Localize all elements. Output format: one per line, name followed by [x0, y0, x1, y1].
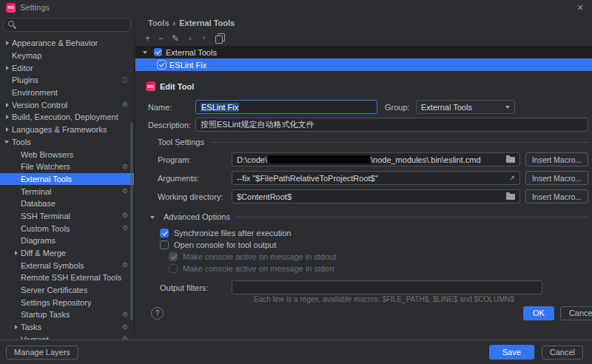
browse-folder-icon[interactable] [506, 157, 515, 163]
move-up-icon[interactable]: ▲ [187, 36, 193, 41]
sidebar-item-plugins[interactable]: Pluginsⓘ [0, 74, 134, 87]
sidebar-item-tools[interactable]: Tools [0, 136, 134, 149]
tools-toolbar: + − ✎ ▲ ▼ [145, 33, 225, 44]
sidebar-item-remote-ssh-external-tools[interactable]: Remote SSH External Tools [0, 272, 134, 284]
sidebar-item-label: Server Certificates [21, 286, 87, 294]
advanced-options-section-header[interactable]: Advanced Options [149, 212, 588, 221]
chevron-right-icon [12, 249, 21, 257]
chevron-right-icon [3, 64, 12, 73]
ok-button[interactable]: OK [523, 306, 554, 320]
search-box[interactable] [3, 18, 131, 32]
settings-content: Tools › External Tools + − ✎ ▲ ▼ Externa… [135, 15, 592, 340]
dialog-cancel-button[interactable]: Cancel [560, 306, 592, 320]
gear-icon: ⚙ [122, 164, 128, 170]
console-stderr-checkbox [169, 264, 178, 273]
sidebar-item-label: Appearance & Behavior [12, 38, 98, 47]
settings-search-input[interactable] [20, 21, 126, 30]
group-label: External Tools [166, 48, 217, 57]
sidebar-scrollbar[interactable] [130, 122, 133, 320]
sidebar-item-label: Environment [12, 88, 58, 97]
chevron-down-icon [141, 48, 150, 57]
arguments-input[interactable]: --fix "$FilePathRelativeToProjectRoot$" … [232, 171, 520, 185]
move-down-icon[interactable]: ▼ [201, 36, 207, 41]
sidebar-item-file-watchers[interactable]: File Watchers⚙ [0, 161, 134, 173]
sidebar-item-diagrams[interactable]: Diagrams [0, 235, 134, 247]
sidebar-item-languages-frameworks[interactable]: Languages & Frameworks [0, 124, 134, 136]
sidebar-item-environment[interactable]: Environment [0, 87, 134, 99]
description-input[interactable]: 按照ESLint规定自动格式化文件 [195, 118, 588, 132]
chevron-right-icon [3, 38, 12, 47]
sidebar-item-tasks[interactable]: Tasks⚙ [0, 321, 134, 334]
copy-icon[interactable] [215, 33, 225, 44]
sidebar-item-diff-merge[interactable]: Diff & Merge [0, 247, 134, 260]
edit-icon[interactable]: ✎ [172, 34, 179, 43]
insert-macro-button[interactable]: Insert Macro... [525, 189, 588, 203]
settings-window: RD Settings × Appearance & Behavior Keym… [0, 0, 592, 364]
sidebar-item-vagrant[interactable]: Vagrant⚙ [0, 334, 134, 340]
gear-icon: ⚙ [122, 311, 128, 318]
sidebar-item-external-symbols[interactable]: External Symbols⚙ [0, 259, 134, 272]
browse-folder-icon[interactable] [506, 194, 515, 200]
item-checkbox[interactable] [158, 61, 166, 69]
chevron-right-icon [3, 125, 12, 134]
sidebar-item-terminal[interactable]: Terminal⚙ [0, 185, 134, 198]
program-label: Program: [158, 155, 232, 164]
sidebar-item-external-tools[interactable]: External Tools [0, 173, 134, 186]
settings-tree: Appearance & Behavior Keymap Editor Plug… [0, 35, 134, 340]
sidebar-item-appearance-behavior[interactable]: Appearance & Behavior [0, 37, 134, 50]
sidebar-item-label: External Tools [21, 175, 72, 183]
add-icon[interactable]: + [145, 34, 150, 43]
sidebar-item-custom-tools[interactable]: Custom Tools⚙ [0, 222, 134, 235]
sidebar-item-label: Database [21, 199, 56, 208]
working-directory-input[interactable]: $ContentRoot$ [232, 189, 520, 203]
open-console-checkbox[interactable] [160, 240, 169, 249]
checkbox-label[interactable]: Synchronize files after execution [174, 229, 291, 237]
sidebar-item-version-control[interactable]: Version Control⚙ [0, 98, 134, 111]
group-select[interactable]: External Tools [416, 100, 515, 114]
sidebar-item-label: Custom Tools [21, 224, 70, 233]
cancel-button[interactable]: Cancel [542, 346, 583, 360]
save-button[interactable]: Save [489, 345, 534, 360]
sidebar-item-web-browsers[interactable]: Web Browsers [0, 148, 134, 161]
eslint-fix-row[interactable]: ESLint Fix [135, 58, 592, 71]
insert-macro-button[interactable]: Insert Macro... [525, 152, 588, 166]
sidebar-item-server-certificates[interactable]: Server Certificates [0, 284, 134, 297]
gear-icon: ⚙ [122, 324, 128, 331]
window-title: Settings [20, 3, 50, 12]
sidebar-item-database[interactable]: Database [0, 198, 134, 210]
group-checkbox[interactable] [154, 48, 162, 56]
sidebar-item-build-execution-deployment[interactable]: Build, Execution, Deployment [0, 111, 134, 124]
close-icon[interactable]: × [574, 1, 586, 13]
name-input[interactable]: ESLint Fix [195, 100, 377, 114]
gear-icon: ⚙ [122, 188, 128, 195]
info-icon: ⓘ [121, 77, 128, 84]
breadcrumb: Tools › External Tools [148, 18, 235, 27]
sidebar-item-keymap[interactable]: Keymap [0, 50, 134, 62]
sidebar-item-label: Diff & Merge [21, 249, 66, 257]
sidebar-item-editor[interactable]: Editor [0, 61, 134, 74]
breadcrumb-current: External Tools [179, 18, 235, 27]
search-icon [8, 21, 16, 29]
external-tools-group-row[interactable]: External Tools [135, 46, 592, 58]
remove-icon[interactable]: − [158, 34, 164, 43]
sidebar-item-label: Tasks [21, 323, 41, 331]
sidebar-item-label: Terminal [21, 187, 52, 196]
output-filters-input[interactable] [232, 280, 542, 294]
sidebar-item-label: Remote SSH External Tools [21, 273, 121, 282]
title-bar: RD Settings × [0, 0, 592, 15]
sidebar-item-label: Build, Execution, Deployment [12, 112, 118, 121]
sidebar-item-settings-repository[interactable]: Settings Repository [0, 296, 134, 309]
sync-files-checkbox[interactable] [160, 229, 169, 237]
checkbox-label[interactable]: Open console for tool output [174, 240, 276, 249]
program-input[interactable]: D:\code\\node_modules\.bin\eslint.cmd [232, 152, 520, 166]
expand-icon[interactable]: ↗ [509, 174, 515, 182]
working-directory-value: $ContentRoot$ [237, 192, 292, 201]
manage-layers-button[interactable]: Manage Layers [6, 346, 78, 360]
tool-settings-section-header: Tool Settings [158, 138, 588, 146]
insert-macro-button[interactable]: Insert Macro... [525, 171, 588, 185]
sidebar-item-startup-tasks[interactable]: Startup Tasks⚙ [0, 309, 134, 321]
help-icon[interactable]: ? [151, 307, 164, 320]
sidebar-item-label: Diagrams [21, 236, 56, 245]
sidebar-item-ssh-terminal[interactable]: SSH Terminal⚙ [0, 210, 134, 223]
breadcrumb-root[interactable]: Tools [148, 18, 169, 27]
